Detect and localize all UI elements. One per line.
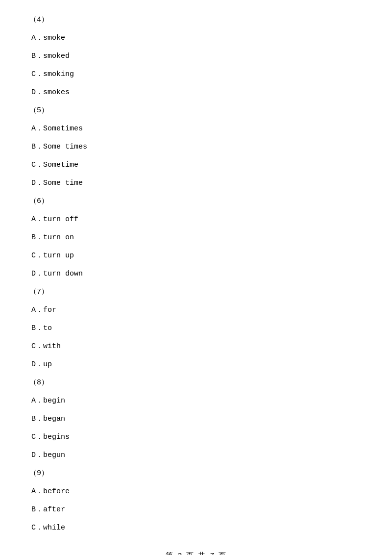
- option-q9c: C．while: [29, 523, 363, 532]
- option-q7d: D．up: [29, 359, 363, 369]
- question-number-q9: （9）: [29, 468, 363, 478]
- question-number-q7: （7）: [29, 287, 363, 296]
- question-number-q5: （5）: [29, 105, 363, 115]
- option-q7a: A．for: [29, 305, 363, 314]
- option-q8c: C．begins: [29, 432, 363, 441]
- page-content: （4）A．smokeB．smokedC．smokingD．smokes（5）A．…: [0, 0, 392, 555]
- option-q5c: C．Sometime: [29, 160, 363, 169]
- option-q6d: D．turn down: [29, 269, 363, 278]
- option-q8d: D．begun: [29, 450, 363, 459]
- option-q7b: B．to: [29, 323, 363, 332]
- footer-text: 第 3 页 共 7 页: [166, 552, 226, 555]
- option-q6a: A．turn off: [29, 214, 363, 224]
- option-q4b: B．smoked: [29, 51, 363, 60]
- option-q4c: C．smoking: [29, 69, 363, 78]
- option-q4a: A．smoke: [29, 33, 363, 42]
- option-q9a: A．before: [29, 486, 363, 496]
- option-q8b: B．began: [29, 414, 363, 423]
- option-q6c: C．turn up: [29, 251, 363, 260]
- question-number-q6: （6）: [29, 196, 363, 205]
- option-q5b: B．Some times: [29, 142, 363, 151]
- page-footer: 第 3 页 共 7 页: [0, 551, 392, 555]
- option-q7c: C．with: [29, 341, 363, 351]
- option-q9b: B．after: [29, 505, 363, 514]
- option-q4d: D．smokes: [29, 87, 363, 97]
- option-q8a: A．begin: [29, 396, 363, 405]
- question-number-q4: （4）: [29, 15, 363, 24]
- option-q5d: D．Some time: [29, 178, 363, 187]
- option-q5a: A．Sometimes: [29, 124, 363, 133]
- option-q6b: B．turn on: [29, 232, 363, 242]
- question-number-q8: （8）: [29, 378, 363, 387]
